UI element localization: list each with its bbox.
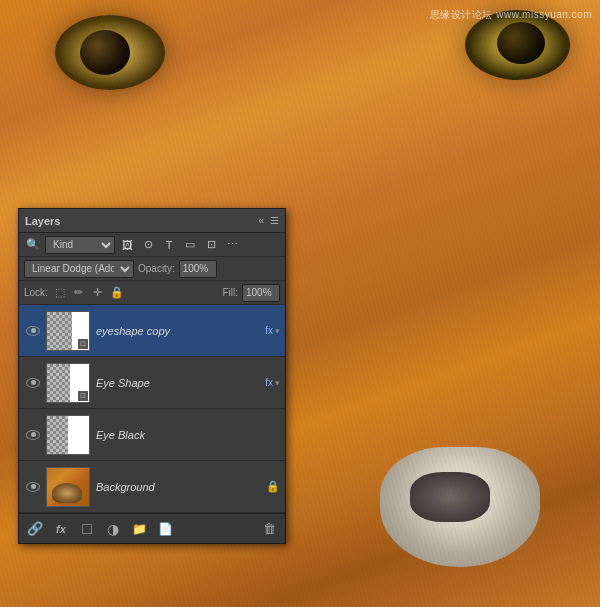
- blend-opacity-row: Linear Dodge (Add) Normal Multiply Scree…: [19, 257, 285, 281]
- layer-fx-eye-shape[interactable]: fx: [265, 377, 273, 388]
- layer-visibility-eye-black[interactable]: [24, 430, 42, 440]
- fill-input[interactable]: [242, 284, 280, 302]
- blend-mode-select[interactable]: Linear Dodge (Add) Normal Multiply Scree…: [24, 260, 134, 278]
- filter-row: 🔍 Kind 🖼 ⊙ T ▭ ⊡ ⋯: [19, 233, 285, 257]
- link-layers-button[interactable]: 🔗: [25, 519, 45, 539]
- lock-label: Lock:: [24, 287, 48, 298]
- opacity-input[interactable]: [179, 260, 217, 278]
- panel-title: Layers: [25, 215, 60, 227]
- fill-label: Fill:: [222, 287, 238, 298]
- panel-menu-button[interactable]: ☰: [270, 215, 279, 226]
- shape-filter-icon[interactable]: ▭: [181, 236, 199, 254]
- layer-row-eye-shape[interactable]: ⊡ Eye Shape fx ▾: [19, 357, 285, 409]
- add-mask-button[interactable]: □: [77, 519, 97, 539]
- thumb-corner-eye-shape: ⊡: [78, 391, 88, 401]
- layer-thumb-eye-shape: ⊡: [46, 363, 90, 403]
- panel-bottom-toolbar: 🔗 fx □ ◑ 📁 📄 🗑: [19, 513, 285, 543]
- layer-visibility-background[interactable]: [24, 482, 42, 492]
- new-layer-button[interactable]: 📄: [155, 519, 175, 539]
- lock-fill-row: Lock: ⬚ ✏ ✛ 🔒 Fill:: [19, 281, 285, 305]
- search-icon: 🔍: [24, 236, 42, 254]
- kind-filter-select[interactable]: Kind: [45, 236, 115, 254]
- layer-thumb-background: [46, 467, 90, 507]
- lock-position-btn[interactable]: ✛: [90, 285, 106, 301]
- new-fill-adjustment-button[interactable]: ◑: [103, 519, 123, 539]
- layer-visibility-eye-shape[interactable]: [24, 378, 42, 388]
- layer-name-eye-shape: Eye Shape: [96, 377, 261, 389]
- layer-row-eyeshape-copy[interactable]: ⊡ eyeshape copy fx ▾: [19, 305, 285, 357]
- background-lock-icon: 🔒: [266, 480, 280, 493]
- eye-icon-background: [26, 482, 40, 492]
- layer-thumb-eye-black: [46, 415, 90, 455]
- watermark: 思缘设计论坛 www.missyuan.com: [430, 8, 592, 22]
- eye-icon-eye-shape: [26, 378, 40, 388]
- new-group-button[interactable]: 📁: [129, 519, 149, 539]
- layer-thumb-eyeshape-copy: ⊡: [46, 311, 90, 351]
- lock-all-btn[interactable]: 🔒: [109, 285, 125, 301]
- layer-name-eyeshape-copy: eyeshape copy: [96, 325, 261, 337]
- layers-panel: Layers « ☰ 🔍 Kind 🖼 ⊙ T ▭ ⊡ ⋯ Linear Dod…: [18, 208, 286, 544]
- thumb-corner-eyeshape-copy: ⊡: [78, 339, 88, 349]
- eye-icon-eye-black: [26, 430, 40, 440]
- panel-title-controls: « ☰: [258, 215, 279, 226]
- opacity-label: Opacity:: [138, 263, 175, 274]
- layer-fx-arrow-eye-shape: ▾: [275, 378, 280, 388]
- add-layer-style-button[interactable]: fx: [51, 519, 71, 539]
- collapse-button[interactable]: «: [258, 215, 264, 226]
- more-filter-icon[interactable]: ⋯: [223, 236, 241, 254]
- layer-fx-eyeshape-copy[interactable]: fx: [265, 325, 273, 336]
- smartfilter-filter-icon[interactable]: ⊡: [202, 236, 220, 254]
- image-filter-icon[interactable]: 🖼: [118, 236, 136, 254]
- type-filter-icon[interactable]: T: [160, 236, 178, 254]
- layer-row-eye-black[interactable]: Eye Black: [19, 409, 285, 461]
- layer-name-background: Background: [96, 481, 262, 493]
- lock-transparent-pixels-btn[interactable]: ⬚: [52, 285, 68, 301]
- layer-name-eye-black: Eye Black: [96, 429, 280, 441]
- eye-icon-eyeshape-copy: [26, 326, 40, 336]
- layer-row-background[interactable]: Background 🔒: [19, 461, 285, 513]
- adjustment-filter-icon[interactable]: ⊙: [139, 236, 157, 254]
- delete-layer-button[interactable]: 🗑: [259, 519, 279, 539]
- panel-titlebar: Layers « ☰: [19, 209, 285, 233]
- layer-visibility-eyeshape-copy[interactable]: [24, 326, 42, 336]
- layer-fx-arrow-eyeshape-copy: ▾: [275, 326, 280, 336]
- lock-icons-group: ⬚ ✏ ✛ 🔒: [52, 285, 219, 301]
- lock-image-pixels-btn[interactable]: ✏: [71, 285, 87, 301]
- layer-thumb-bg-dog-img: [47, 468, 89, 506]
